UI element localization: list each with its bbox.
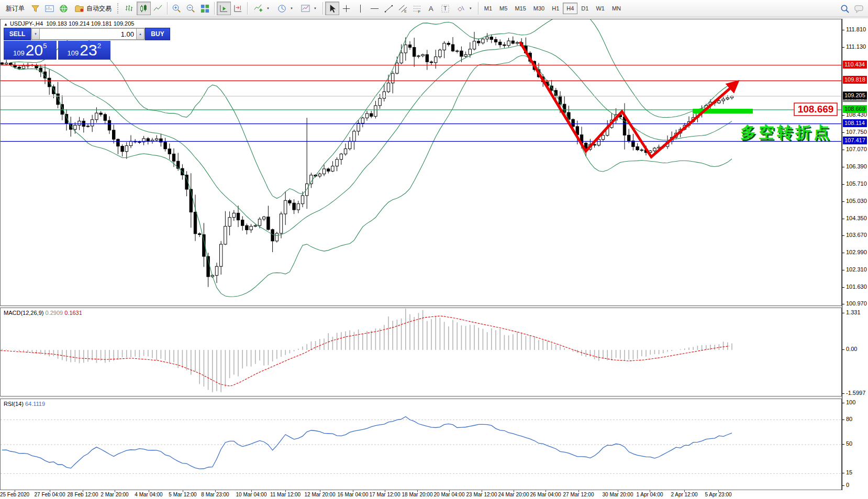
- tab-timeframe-m15[interactable]: M15: [511, 3, 529, 14]
- equidistant-channel-button[interactable]: E: [396, 2, 410, 15]
- axis-tick: [842, 253, 844, 253]
- chart-shift-button[interactable]: [231, 2, 245, 15]
- time-label: 2 Mar 20:00: [96, 492, 133, 497]
- price-tick-label: 100.970: [846, 300, 867, 307]
- axis-tick: [842, 403, 844, 403]
- crosshair-button[interactable]: [339, 2, 353, 15]
- indicators-button[interactable]: ▼: [250, 2, 273, 15]
- auto-trading-button[interactable]: 自动交易: [71, 2, 115, 15]
- zoom-in-button[interactable]: [170, 2, 184, 15]
- price-tag-108.669: 108.669: [843, 105, 867, 113]
- time-label: 23 Mar 12:00: [463, 492, 500, 497]
- tab-timeframe-m5[interactable]: M5: [496, 3, 511, 14]
- horizontal-line-button[interactable]: [368, 2, 382, 15]
- new-chart-icon[interactable]: [42, 2, 57, 15]
- vertical-line-button[interactable]: [353, 2, 368, 15]
- axis-tick: [842, 444, 844, 445]
- axis-tick: [842, 349, 844, 350]
- time-label: 30 Mar 20:00: [599, 492, 636, 497]
- tile-windows-button[interactable]: [198, 2, 212, 15]
- text-label-button[interactable]: T: [438, 2, 452, 15]
- sell-button[interactable]: SELL: [4, 28, 31, 40]
- time-label: 17 Mar 12:00: [366, 492, 403, 497]
- rsi-label: RSI(14) 64.1119: [4, 401, 45, 407]
- cursor-button[interactable]: [325, 2, 339, 15]
- buy-price-big: 23: [80, 42, 97, 58]
- globe-icon[interactable]: [57, 2, 71, 15]
- funnel-icon[interactable]: [28, 2, 42, 15]
- line-chart-button[interactable]: [151, 2, 165, 15]
- macd-tick-label: 1.331: [846, 309, 861, 315]
- templates-button[interactable]: ▼: [297, 2, 320, 15]
- bar-chart-button[interactable]: [123, 2, 137, 15]
- tab-timeframe-mn[interactable]: MN: [608, 3, 625, 14]
- zoom-out-button[interactable]: [184, 2, 198, 15]
- axis-tick: [842, 393, 844, 394]
- tab-timeframe-m1[interactable]: M1: [481, 3, 496, 14]
- time-label: 11 Mar 12:00: [267, 492, 304, 497]
- svg-text:108.669: 108.669: [798, 104, 834, 115]
- main-chart-pane[interactable]: 多空转折点多空转折点108.669 ▲USDJPY-,H4 109.183 10…: [0, 19, 842, 306]
- tab-timeframe-h4[interactable]: H4: [563, 3, 577, 14]
- time-label: 8 Mar 23:00: [197, 492, 233, 497]
- time-label: 18 Mar 20:00: [399, 492, 436, 497]
- price-chart-canvas[interactable]: 多空转折点多空转折点108.669: [1, 19, 841, 305]
- time-axis[interactable]: 25 Feb 202027 Feb 04:0028 Feb 12:002 Mar…: [0, 490, 868, 499]
- macd-tick-label: 0.00: [846, 346, 857, 352]
- axis-tick: [842, 485, 844, 486]
- tab-timeframe-m30[interactable]: M30: [530, 3, 548, 14]
- collapse-icon[interactable]: ▲: [4, 22, 8, 27]
- chevron-down-icon: ▼: [266, 7, 270, 10]
- svg-text:A: A: [429, 5, 433, 13]
- time-label: 20 Mar 04:00: [431, 492, 468, 497]
- time-label: 16 Mar 04:00: [335, 492, 371, 497]
- price-tick-label: 102.310: [846, 266, 867, 273]
- macd-label: MACD(12,26,9) 0.2909 0.1631: [4, 310, 82, 316]
- svg-text:多空转折点: 多空转折点: [740, 123, 832, 141]
- price-tick-label: 107.070: [846, 146, 867, 152]
- price-tag-108.114: 108.114: [843, 119, 867, 127]
- volume-input[interactable]: [40, 28, 136, 40]
- price-tick-label: 105.710: [846, 180, 867, 187]
- price-axis[interactable]: 111.810111.130108.430107.750107.070106.3…: [842, 19, 868, 499]
- price-tick-label: 101.630: [846, 283, 867, 290]
- chat-icon[interactable]: [852, 2, 866, 15]
- tab-timeframe-h1[interactable]: H1: [548, 3, 563, 14]
- price-tag-109.818: 109.818: [843, 76, 867, 84]
- tab-timeframe-d1[interactable]: D1: [577, 3, 592, 14]
- volume-increase-button[interactable]: ▲: [136, 28, 144, 40]
- tab-timeframe-w1[interactable]: W1: [592, 3, 608, 14]
- auto-scroll-button[interactable]: [217, 2, 231, 15]
- fibonacci-button[interactable]: F: [410, 2, 424, 15]
- macd-pane[interactable]: MACD(12,26,9) 0.2909 0.1631: [0, 308, 842, 396]
- arrows-button[interactable]: ▼: [452, 2, 476, 15]
- axis-tick: [842, 184, 844, 185]
- time-label: 5 Mar 12:00: [164, 492, 201, 497]
- candlestick-chart-button[interactable]: [137, 2, 151, 15]
- rsi-tick-label: 15: [846, 469, 852, 475]
- text-button[interactable]: A: [424, 2, 438, 15]
- time-label: 4 Mar 04:00: [130, 492, 167, 497]
- time-label: 25 Feb 2020: [0, 492, 33, 497]
- time-label: 2 Apr 12:00: [666, 492, 703, 497]
- time-label: 10 Mar 04:00: [233, 492, 270, 497]
- one-click-trading-panel: SELL ▼ ▲ BUY 109 20 5 109 23 2: [4, 28, 110, 60]
- periods-button[interactable]: ▼: [273, 2, 297, 15]
- macd-canvas[interactable]: [1, 308, 841, 396]
- buy-price-button[interactable]: 109 23 2: [58, 41, 111, 60]
- trendline-button[interactable]: [382, 2, 396, 15]
- folder-icon: [74, 4, 84, 14]
- time-label: 1 Apr 04:00: [631, 492, 668, 497]
- sell-price-button[interactable]: 109 20 5: [4, 41, 57, 60]
- rsi-pane[interactable]: RSI(14) 64.1119: [0, 399, 842, 490]
- new-order-button[interactable]: 新订单: [2, 2, 28, 15]
- volume-decrease-button[interactable]: ▼: [31, 28, 40, 40]
- buy-price-sup: 2: [97, 42, 101, 50]
- price-tick-label: 111.130: [846, 43, 866, 50]
- search-button[interactable]: [838, 2, 852, 15]
- buy-button[interactable]: BUY: [145, 28, 170, 40]
- toolbar: 新订单 自动交易: [0, 0, 868, 17]
- sell-price-prefix: 109: [13, 49, 25, 57]
- rsi-canvas[interactable]: [1, 399, 841, 490]
- axis-tick: [842, 115, 844, 116]
